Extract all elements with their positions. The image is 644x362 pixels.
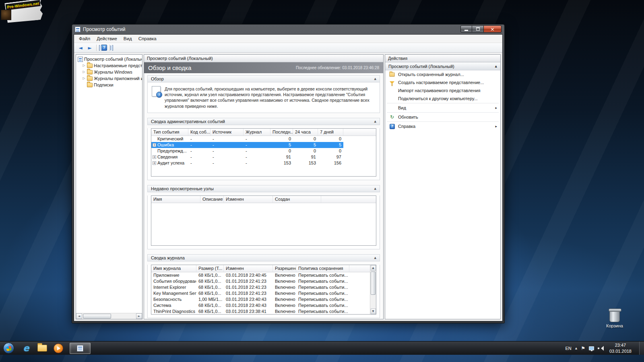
media-player-button[interactable] [52,342,65,354]
cell: Включено [273,303,296,308]
volume-icon[interactable] [598,346,603,351]
action-connect-to-computer[interactable]: Подключиться к другому компьютеру... [385,95,500,103]
back-icon[interactable]: ◄ [76,44,85,51]
table-row[interactable]: События оборудования 68 КБ/1,0... 01.01.… [151,278,370,284]
column-header[interactable]: Журнал [244,129,270,136]
section-recent-header[interactable]: Недавно просмотренные узлы ▲ [147,185,380,192]
action-pane-toggle-icon[interactable] [112,45,113,50]
section-overview-header[interactable]: Обзор ▲ [147,75,380,82]
column-header[interactable]: Разрешено [273,265,296,272]
action-center-flag-icon[interactable]: ⚑ [581,346,585,351]
table-row[interactable]: Приложение 68 КБ/1,0... 03.01.2018 23:40… [151,272,370,278]
scrollbar-thumb[interactable] [371,272,376,295]
expand-plus-icon[interactable]: + [153,143,156,147]
column-header[interactable]: Создан [273,196,321,203]
table-row[interactable]: Критический - - - 0 0 0 [151,136,376,142]
column-header[interactable]: Код соб... [188,129,211,136]
section-title: Обзор [151,76,164,81]
section-admin-header[interactable]: Сводка административных событий ▲ [147,118,380,125]
minimize-button[interactable] [460,25,472,33]
close-button[interactable]: × [484,25,502,33]
column-header[interactable]: Имя журнала [151,265,196,272]
column-header[interactable]: Источник [211,129,244,136]
scroll-left-icon[interactable]: ◄ [76,313,82,319]
column-header[interactable]: 24 часа [293,129,318,136]
column-header[interactable]: Изменен [224,196,273,203]
column-header[interactable]: Тип события [151,129,188,136]
event-viewer-app-icon [75,27,80,32]
scrollbar-thumb[interactable] [83,314,111,319]
column-header[interactable]: Описание [200,196,224,203]
tree-item-subscriptions[interactable]: Подписки [76,82,142,88]
language-indicator[interactable]: EN [566,346,572,351]
column-header[interactable]: Изменен [224,265,273,272]
column-header[interactable]: 7 дней [318,129,343,136]
menu-view[interactable]: Вид [120,35,135,42]
titlebar[interactable]: Просмотр событий × [74,25,503,34]
scroll-right-icon[interactable]: ► [136,313,142,319]
collapse-icon[interactable]: ▲ [374,187,376,190]
console-tree-toggle-icon[interactable] [99,45,100,50]
collapse-icon[interactable]: ▲ [374,256,376,259]
action-refresh[interactable]: ↻ Обновить [385,113,500,121]
section-admin-body: Тип события Код соб... Источник Журнал П… [147,128,380,180]
chevron-right-icon[interactable]: ▷ [82,70,86,74]
recycle-bin[interactable]: Корзина [601,310,628,328]
toolbar: ◄ ► ? [74,43,502,53]
column-header[interactable]: Политика сохранения [296,265,349,272]
menu-action[interactable]: Действие [93,35,120,42]
collapse-icon[interactable]: ▲ [495,65,497,68]
event-viewer-task-button[interactable] [70,343,91,354]
tree-root-event-viewer[interactable]: Просмотр событий (Локальны [76,56,142,62]
actions-group-header[interactable]: Просмотр событий (Локальный) ▲ [385,62,500,70]
table-row[interactable]: Key Management Service 68 КБ/1,0... 01.0… [151,290,370,296]
windows-explorer-button[interactable] [35,342,49,354]
table-row[interactable]: Система 68 КБ/1,0... 03.01.2018 23:40:43… [151,302,370,309]
start-button[interactable] [3,343,14,354]
action-help[interactable]: ? Справка ▸ [385,122,500,130]
menu-file[interactable]: Файл [76,35,93,42]
table-row[interactable]: Internet Explorer 68 КБ/1,0... 01.01.201… [151,284,370,290]
action-view[interactable]: Вид ▸ [385,104,500,112]
table-row-selected[interactable]: +Ошибка - - - 5 5 5 [151,142,376,148]
journal-vertical-scrollbar[interactable]: ▲ ▼ [370,265,376,314]
collapse-icon[interactable]: ▲ [374,77,376,80]
column-header[interactable]: Размер (Т... [196,265,224,272]
table-row[interactable]: Предупрежд... - - - 0 0 0 [151,148,376,154]
tree-item-windows-logs[interactable]: ▷ Журналы Windows [76,69,142,75]
expand-plus-icon[interactable]: + [153,155,156,159]
scroll-down-icon[interactable]: ▼ [371,309,376,314]
hidden-icons-arrow-icon[interactable]: ▲ [575,347,577,350]
show-desktop-button[interactable] [639,341,644,355]
column-header[interactable]: Имя [151,196,200,203]
clock[interactable]: 23:47 03.01.2018 [607,342,634,354]
action-import-custom-view[interactable]: Импорт настраиваемого представления [385,86,500,95]
section-journal-header[interactable]: Сводка журнала ▲ [147,254,380,261]
expand-plus-icon[interactable]: + [153,161,156,165]
table-row[interactable]: Безопасность 1,00 МБ/1... 03.01.2018 23:… [151,296,370,302]
table-row[interactable]: +Аудит успеха - - - 153 153 156 [151,160,376,166]
cell: 01.01.2018 22:41:23 [224,285,273,290]
tree-item-custom-views[interactable]: ▷ Настраиваемые представле [76,62,142,69]
collapse-icon[interactable]: ▲ [374,120,376,123]
action-create-custom-view[interactable]: Создать настраиваемое представление... [385,78,500,86]
table-row[interactable]: +Сведения - - - 91 91 97 [151,154,376,160]
tree-item-app-logs[interactable]: ▷ Журналы приложений и сл [76,75,142,82]
table-row[interactable]: ThinPrint Diagnostics 68 КБ/1,0... 03.01… [151,309,370,314]
network-icon[interactable] [589,346,594,350]
scroll-up-icon[interactable]: ▲ [371,265,376,271]
internet-explorer-button[interactable]: e [19,342,33,354]
column-header[interactable]: Последн... [270,129,293,136]
chevron-right-icon[interactable]: ▷ [82,64,86,67]
help-icon[interactable]: ? [101,45,107,51]
chevron-right-icon[interactable]: ▷ [82,77,86,80]
action-label: Импорт настраиваемого представления [398,88,480,93]
console-tree-panel: Просмотр событий (Локальны ▷ Настраиваем… [76,54,142,319]
tree-horizontal-scrollbar[interactable]: ◄ ► [76,313,142,319]
maximize-button[interactable] [472,25,484,33]
cell: Система [151,303,196,308]
menu-help[interactable]: Справка [135,35,160,42]
action-open-saved-log[interactable]: Открыть сохраненный журнал... [385,70,500,78]
forward-icon[interactable]: ► [86,44,94,51]
cell: 03.01.2018 23:40:45 [224,273,273,278]
